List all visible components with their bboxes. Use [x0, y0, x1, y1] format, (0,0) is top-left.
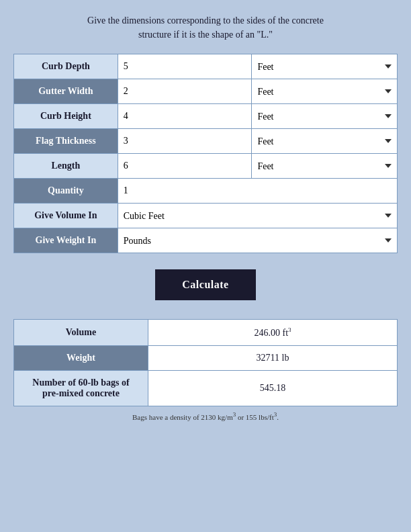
input-cell-curb-height	[118, 104, 252, 129]
unit-cell-flag-thickness: FeetInchesYardsCentimetersMeters	[252, 129, 398, 154]
gutter-width-unit-select[interactable]: FeetInchesYardsCentimetersMeters	[252, 79, 397, 103]
length-input[interactable]	[118, 154, 252, 178]
weight-wide-cell: PoundsKilogramsTons	[118, 228, 397, 253]
results-value-weight: 32711 lb	[148, 345, 398, 370]
input-cell-curb-depth	[118, 54, 252, 79]
unit-cell-length: FeetInchesYardsCentimetersMeters	[252, 154, 398, 179]
unit-cell-curb-depth: FeetInchesYardsCentimetersMeters	[252, 54, 398, 79]
unit-cell-curb-height: FeetInchesYardsCentimetersMeters	[252, 104, 398, 129]
results-row-bags: Number of 60-lb bags of pre-mixed concre…	[14, 370, 398, 406]
table-row: Gutter Width FeetInchesYardsCentimetersM…	[14, 79, 398, 104]
label-give-volume-in: Give Volume In	[14, 204, 118, 228]
footnote: Bags have a density of 2130 kg/m3 or 155…	[13, 412, 398, 422]
label-length: Length	[14, 154, 118, 179]
footnote-text: Bags have a density of 2130 kg/m3 or 155…	[132, 413, 279, 421]
volume-wide-cell: Cubic FeetCubic YardsCubic MetersCubic I…	[118, 204, 397, 228]
quantity-wide-cell	[118, 179, 397, 204]
calculate-section: Calculate	[13, 269, 398, 300]
results-row-volume: Volume 246.00 ft3	[14, 320, 398, 346]
instructions-line1: Give the dimensions corresponding to the…	[87, 15, 324, 26]
input-cell-length	[118, 154, 252, 179]
label-curb-depth: Curb Depth	[14, 54, 118, 79]
weight-unit-select[interactable]: PoundsKilogramsTons	[118, 228, 397, 253]
table-row: Length FeetInchesYardsCentimetersMeters	[14, 154, 398, 179]
results-table: Volume 246.00 ft3 Weight 32711 lb Number…	[13, 319, 398, 406]
results-label-volume: Volume	[14, 320, 148, 346]
flag-thickness-unit-select[interactable]: FeetInchesYardsCentimetersMeters	[252, 129, 397, 153]
table-row: Give Weight In PoundsKilogramsTons	[14, 228, 398, 253]
results-label-bags: Number of 60-lb bags of pre-mixed concre…	[14, 370, 148, 406]
label-flag-thickness: Flag Thickness	[14, 129, 118, 154]
form-table: Curb Depth FeetInchesYardsCentimetersMet…	[13, 54, 398, 253]
instructions: Give the dimensions corresponding to the…	[13, 13, 398, 42]
flag-thickness-input[interactable]	[118, 129, 252, 153]
results-row-weight: Weight 32711 lb	[14, 345, 398, 370]
label-curb-height: Curb Height	[14, 104, 118, 129]
page-container: Give the dimensions corresponding to the…	[13, 13, 398, 421]
unit-cell-gutter-width: FeetInchesYardsCentimetersMeters	[252, 79, 398, 104]
curb-height-unit-select[interactable]: FeetInchesYardsCentimetersMeters	[252, 104, 397, 128]
results-value-bags: 545.18	[148, 370, 398, 406]
table-row: Quantity	[14, 179, 398, 204]
instructions-line2: structure if it is the shape of an "L."	[138, 30, 273, 40]
results-label-weight: Weight	[14, 345, 148, 370]
volume-unit-select[interactable]: Cubic FeetCubic YardsCubic MetersCubic I…	[118, 204, 397, 228]
table-row: Curb Height FeetInchesYardsCentimetersMe…	[14, 104, 398, 129]
input-cell-flag-thickness	[118, 129, 252, 154]
length-unit-select[interactable]: FeetInchesYardsCentimetersMeters	[252, 154, 397, 178]
label-gutter-width: Gutter Width	[14, 79, 118, 104]
table-row: Flag Thickness FeetInchesYardsCentimeter…	[14, 129, 398, 154]
label-give-weight-in: Give Weight In	[14, 228, 118, 253]
label-quantity: Quantity	[14, 179, 118, 204]
curb-height-input[interactable]	[118, 104, 252, 128]
curb-depth-input[interactable]	[118, 54, 252, 79]
curb-depth-unit-select[interactable]: FeetInchesYardsCentimetersMeters	[252, 54, 397, 79]
calculate-button[interactable]: Calculate	[155, 269, 255, 300]
gutter-width-input[interactable]	[118, 79, 252, 103]
table-row: Give Volume In Cubic FeetCubic YardsCubi…	[14, 204, 398, 228]
quantity-input[interactable]	[118, 179, 397, 203]
results-value-volume: 246.00 ft3	[148, 320, 398, 346]
input-cell-gutter-width	[118, 79, 252, 104]
table-row: Curb Depth FeetInchesYardsCentimetersMet…	[14, 54, 398, 79]
